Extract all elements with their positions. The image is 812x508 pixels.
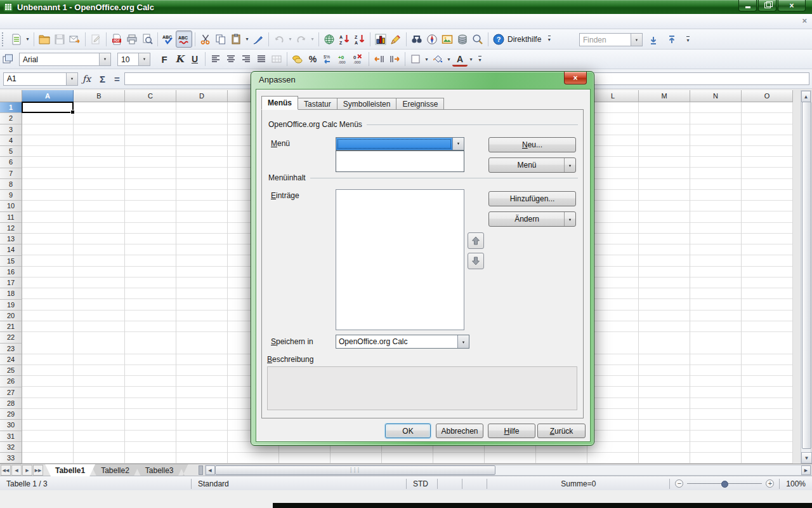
row-header-5[interactable]: 5: [0, 146, 22, 157]
scroll-right-icon[interactable]: ▶: [801, 465, 811, 475]
row-header-2[interactable]: 2: [0, 113, 22, 124]
row-header-12[interactable]: 12: [0, 223, 22, 234]
horizontal-scroll-thumb[interactable]: ┆┆┆: [215, 465, 495, 475]
menu-combo-dropdown[interactable]: [452, 138, 464, 150]
delete-decimal-button[interactable]: 0.000: [351, 51, 366, 67]
page-preview-button[interactable]: [140, 31, 155, 47]
row-header-19[interactable]: 19: [0, 300, 22, 311]
save-in-dropdown[interactable]: [457, 335, 469, 348]
paste-dropdown[interactable]: [244, 31, 251, 47]
align-left-button[interactable]: [208, 51, 223, 67]
cell-cursor-A1[interactable]: [22, 102, 74, 113]
vertical-scrollbar[interactable]: ▲ ▼: [801, 90, 811, 464]
move-down-button[interactable]: [468, 253, 484, 269]
next-sheet-button[interactable]: ▶: [22, 465, 32, 476]
row-header-29[interactable]: 29: [0, 409, 22, 420]
minimize-button[interactable]: [738, 0, 757, 11]
formatting-overflow-button[interactable]: [476, 51, 484, 67]
insert-chart-button[interactable]: [373, 31, 388, 47]
menu-combo-open-list[interactable]: [336, 150, 464, 172]
toolbar-grip[interactable]: [2, 32, 6, 46]
row-header-21[interactable]: 21: [0, 321, 22, 332]
zoom-out-button[interactable]: −: [675, 479, 683, 488]
help-button[interactable]: Hilfe: [488, 424, 535, 438]
row-header-9[interactable]: 9: [0, 190, 22, 201]
cell-reference-input[interactable]: [4, 73, 66, 85]
row-header-25[interactable]: 25: [0, 365, 22, 376]
row-header-6[interactable]: 6: [0, 157, 22, 168]
title-bar[interactable]: Unbenannt 1 - OpenOffice.org Calc ×: [0, 0, 812, 14]
sort-ascending-button[interactable]: AZ: [337, 31, 352, 47]
font-size-dropdown[interactable]: [138, 53, 150, 65]
find-dropdown[interactable]: [631, 34, 642, 46]
new-document-button[interactable]: [9, 31, 24, 47]
column-header-O[interactable]: O: [742, 90, 793, 102]
zoom-thumb[interactable]: [721, 481, 728, 488]
status-zoom-level[interactable]: 100%: [780, 476, 812, 491]
row-header-23[interactable]: 23: [0, 344, 22, 354]
zoom-in-button[interactable]: +: [766, 479, 774, 488]
find-combo[interactable]: [579, 33, 643, 46]
column-header-D[interactable]: D: [176, 90, 228, 102]
hyperlink-button[interactable]: [322, 31, 337, 47]
open-button[interactable]: [37, 31, 52, 47]
row-header-33[interactable]: 33: [0, 453, 22, 464]
align-center-button[interactable]: [223, 51, 239, 67]
row-header-22[interactable]: 22: [0, 332, 22, 343]
undo-dropdown[interactable]: [287, 31, 294, 47]
row-header-31[interactable]: 31: [0, 431, 22, 442]
status-page-style[interactable]: Standard: [192, 476, 406, 491]
row-header-18[interactable]: 18: [0, 288, 22, 299]
row-header-3[interactable]: 3: [0, 124, 22, 135]
tab-ereignisse[interactable]: Ereignisse: [396, 98, 444, 110]
new-document-dropdown[interactable]: [24, 31, 31, 47]
document-close-icon[interactable]: ×: [802, 16, 807, 25]
navigator-button[interactable]: [424, 31, 440, 47]
last-sheet-button[interactable]: ▶▶: [33, 465, 43, 476]
background-color-button[interactable]: [430, 51, 445, 67]
scroll-down-icon[interactable]: ▼: [801, 452, 812, 464]
column-header-A[interactable]: A: [22, 90, 74, 102]
find-toolbar-overflow[interactable]: [684, 32, 692, 48]
previous-sheet-button[interactable]: ◀: [11, 465, 22, 476]
copy-button[interactable]: [213, 31, 228, 47]
font-name-dropdown[interactable]: [99, 53, 110, 65]
row-header-16[interactable]: 16: [0, 267, 22, 277]
column-header-L[interactable]: L: [587, 90, 639, 102]
status-sum[interactable]: Summe=0: [487, 476, 669, 491]
row-header-24[interactable]: 24: [0, 354, 22, 365]
toolbar-overflow-button[interactable]: [545, 31, 553, 47]
column-header-C[interactable]: C: [125, 90, 176, 102]
ok-button[interactable]: OK: [385, 424, 431, 438]
merge-cells-button[interactable]: [269, 51, 284, 67]
background-color-dropdown[interactable]: [445, 51, 452, 67]
tab-area-splitter[interactable]: [199, 465, 203, 475]
row-header-17[interactable]: 17: [0, 277, 22, 288]
font-color-button[interactable]: A: [452, 53, 468, 67]
modify-button-dropdown[interactable]: [564, 212, 575, 226]
row-header-27[interactable]: 27: [0, 387, 22, 398]
vertical-scroll-thumb[interactable]: [802, 102, 811, 449]
percent-format-button[interactable]: %: [305, 51, 320, 67]
row-header-4[interactable]: 4: [0, 135, 22, 146]
menu-button-dropdown[interactable]: [564, 158, 575, 172]
zoom-track[interactable]: [687, 483, 762, 484]
paste-button[interactable]: [228, 31, 244, 47]
bold-button[interactable]: F: [157, 51, 172, 67]
row-header-10[interactable]: 10: [0, 201, 22, 211]
row-header-7[interactable]: 7: [0, 168, 22, 179]
cancel-button[interactable]: Abbrechen: [436, 424, 483, 438]
name-box[interactable]: [3, 72, 78, 86]
row-header-14[interactable]: 14: [0, 244, 22, 255]
sheet-tab-tabelle2[interactable]: Tabelle2: [91, 464, 140, 476]
font-size-combo[interactable]: 10: [117, 53, 150, 66]
select-all-corner[interactable]: [0, 90, 22, 102]
tab-tastatur[interactable]: Tastatur: [298, 98, 337, 110]
function-wizard-icon[interactable]: ƒx: [82, 74, 91, 84]
add-decimal-button[interactable]: +0.000: [336, 51, 351, 67]
row-header-28[interactable]: 28: [0, 398, 22, 409]
increase-indent-button[interactable]: [387, 51, 402, 67]
horizontal-scrollbar[interactable]: ◀ ┆┆┆ ▶: [205, 465, 811, 476]
undo-button[interactable]: [272, 31, 287, 47]
find-input[interactable]: [580, 34, 631, 46]
